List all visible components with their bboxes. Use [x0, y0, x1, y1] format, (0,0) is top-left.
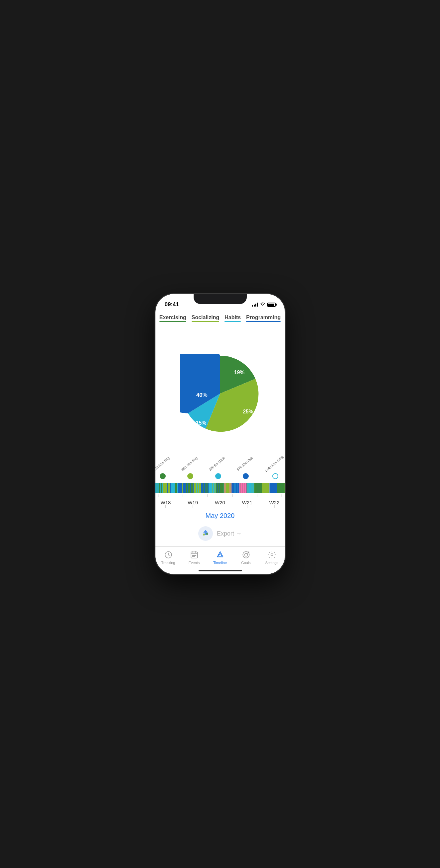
tab-item-timeline[interactable]: Timeline	[209, 550, 231, 565]
status-time: 09:41	[165, 301, 179, 308]
legend-dot-2	[215, 473, 221, 479]
legend-area: 27h 52m (40) 36h 40m (54) 22h 5m (125) 5…	[155, 459, 285, 483]
legend-item-2: 22h 5m (125)	[208, 462, 228, 479]
timeline-icon	[215, 550, 225, 559]
tracking-label: Tracking	[162, 561, 175, 565]
legend-dot-1	[187, 473, 193, 479]
week-label-w21: W21	[242, 500, 253, 505]
events-label: Events	[188, 561, 200, 565]
export-button[interactable]: Export →	[217, 530, 242, 537]
settings-icon	[267, 550, 276, 559]
week-label-w20: W20	[215, 500, 225, 505]
battery-icon	[267, 303, 275, 307]
svg-point-17	[271, 554, 273, 556]
home-indicator	[199, 570, 242, 571]
legend-item-4: 144h 12m (305)	[264, 462, 285, 479]
tab-item-settings[interactable]: Settings	[261, 550, 283, 565]
tab-item-goals[interactable]: Goals	[235, 550, 257, 565]
week-label-w18: W18	[161, 500, 171, 505]
legend-dot-0	[160, 473, 166, 479]
export-chart-icon	[198, 526, 213, 541]
legend-item-3: 57h 33m (86)	[236, 462, 256, 479]
timeline-strip[interactable]	[155, 483, 285, 493]
goals-label: Goals	[241, 561, 251, 565]
svg-text:25%: 25%	[243, 409, 253, 414]
wifi-icon	[260, 302, 265, 307]
svg-rect-7	[191, 552, 198, 558]
export-area: Export →	[155, 524, 285, 546]
notch	[194, 294, 247, 304]
tab-socializing[interactable]: Socializing	[192, 315, 219, 322]
screen-content: Exercising Socializing Habits Programmin…	[155, 311, 285, 574]
svg-point-4	[203, 533, 205, 535]
phone-frame: 09:41	[155, 294, 285, 574]
week-labels: W18 W19 W20 W21 W22	[155, 497, 285, 507]
tab-item-events[interactable]: Events	[184, 550, 205, 565]
settings-label: Settings	[265, 561, 278, 565]
tab-exercising[interactable]: Exercising	[159, 315, 186, 322]
legend-dot-4	[272, 473, 278, 479]
svg-point-5	[206, 533, 208, 535]
svg-text:19%: 19%	[234, 370, 244, 375]
svg-text:40%: 40%	[196, 392, 207, 398]
events-icon	[189, 550, 199, 559]
svg-text:15%: 15%	[196, 420, 206, 425]
tab-item-tracking[interactable]: Tracking	[158, 550, 179, 565]
pie-chart: 19% 25% 15%	[180, 354, 260, 433]
status-icons	[252, 302, 275, 307]
legend-dot-3	[243, 473, 249, 479]
tracking-icon	[164, 550, 173, 559]
tab-programming[interactable]: Programming	[246, 315, 281, 322]
category-tabs: Exercising Socializing Habits Programmin…	[155, 311, 285, 324]
chart-area: 19% 25% 15%	[155, 324, 285, 459]
week-label-w22: W22	[269, 500, 280, 505]
signal-bars-icon	[252, 303, 258, 307]
svg-point-16	[244, 553, 247, 556]
phone-screen: 09:41	[155, 294, 285, 574]
week-label-w19: W19	[187, 500, 198, 505]
timeline-ticks	[155, 493, 285, 497]
goals-icon	[241, 550, 251, 559]
month-label: May 2020	[155, 507, 285, 524]
legend-item-1: 36h 40m (54)	[181, 462, 200, 479]
timeline-label: Timeline	[213, 561, 227, 565]
tab-habits[interactable]: Habits	[225, 315, 241, 322]
legend-item-0: 27h 52m (40)	[155, 462, 173, 479]
